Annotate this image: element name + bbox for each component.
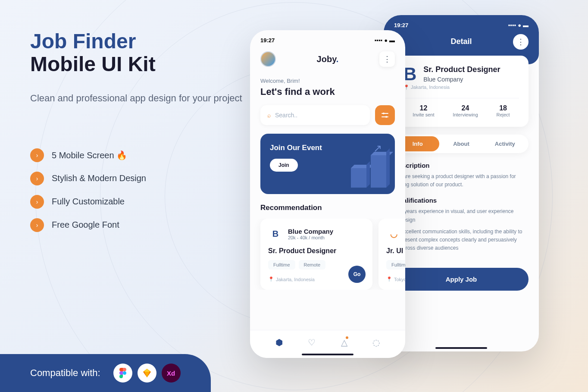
search-placeholder: Search.. (275, 112, 297, 119)
signal-icon: ▪▪▪▪ (375, 37, 382, 44)
job-tag: Fulltime (268, 260, 295, 270)
battery-icon: ▬ (523, 22, 529, 28)
company-logo: ◡ (386, 226, 401, 241)
wifi-icon: ● (384, 37, 388, 44)
page-title: Detail (450, 37, 472, 46)
bell-icon[interactable]: △ (341, 337, 347, 348)
feature-item: ›5 Mobile Screen 🔥 (30, 148, 246, 162)
home-indicator (435, 347, 487, 349)
search-icon: ⌕ (267, 112, 271, 119)
features-list: ›5 Mobile Screen 🔥 ›Stylish & Modern Des… (30, 148, 246, 232)
phone-home-screen: 19:27 ▪▪▪▪ ● ▬ Joby. ⋮ Welcome, Brim! Le… (250, 30, 405, 358)
feature-text: Stylish & Modern Design (52, 173, 146, 183)
status-time: 19:27 (260, 37, 275, 44)
job-tag: Remote (299, 260, 326, 270)
job-tag: Fulltime (386, 260, 405, 270)
figma-icon (113, 364, 132, 383)
title-line-2: Mobile UI Kit (30, 53, 246, 76)
location-text: 📍 Jakarta, Indonesia (403, 85, 519, 90)
join-button[interactable]: Join (270, 159, 298, 172)
phone-detail-screen: 19:27 ▪▪▪▪ ● ▬ Detail ⋮ B Sr. Product De… (384, 15, 539, 351)
svg-point-0 (123, 371, 126, 375)
chevron-right-icon: › (30, 172, 44, 185)
app-logo: Joby. (317, 54, 339, 64)
job-detail-card: B Sr. Product Designer Blue Company 📍 Ja… (394, 56, 529, 127)
qualifications-heading: Qualifications (394, 197, 529, 204)
qualification-item: Excellent communication skills, includin… (394, 228, 529, 253)
chevron-right-icon: › (30, 195, 44, 209)
svg-point-1 (383, 113, 385, 114)
title-line-1: Job Finder (30, 30, 246, 53)
detail-tabs: Info About Activity (394, 135, 529, 153)
description-text: We are seeking a product designer with a… (394, 172, 529, 189)
search-input[interactable]: ⌕ Search.. (260, 105, 370, 125)
feature-item: ›Free Google Font (30, 218, 246, 232)
more-button[interactable]: ⋮ (379, 51, 395, 67)
feature-item: ›Stylish & Modern Design (30, 172, 246, 185)
bar-illustration (351, 168, 366, 188)
compatible-bar: Compatible with: Xd (0, 354, 211, 392)
feature-text: Fully Customizable (52, 197, 125, 207)
feature-item: ›Fully Customizable (30, 195, 246, 209)
company-name: Blue Company (288, 228, 333, 235)
job-role: Jr. UI (386, 247, 405, 255)
event-title: Join Our Event (270, 143, 385, 153)
sliders-icon (381, 111, 389, 119)
xd-icon: Xd (162, 364, 181, 383)
location-text: 📍Tokyo (386, 276, 405, 282)
headline: Let's find a work (250, 86, 405, 105)
battery-icon: ▬ (389, 37, 395, 44)
recommendation-heading: Recommendation (250, 204, 405, 219)
stat-reject: 18Reject (496, 104, 510, 117)
pin-icon: 📍 (386, 276, 392, 282)
filter-button[interactable] (375, 105, 395, 125)
home-indicator (302, 354, 353, 355)
status-icons: ▪▪▪▪ ● ▬ (508, 22, 529, 28)
signal-icon: ▪▪▪▪ (508, 22, 516, 28)
tab-activity[interactable]: Activity (483, 136, 527, 151)
salary-text: 20k - 40k / month (288, 235, 333, 240)
chat-icon[interactable]: ◌ (372, 337, 380, 348)
job-role: Sr. Product Designer (268, 247, 365, 255)
wifi-icon: ● (518, 22, 521, 28)
job-role: Sr. Product Designer (403, 65, 519, 74)
compatible-label: Compatible with: (30, 367, 100, 379)
feature-text: 5 Mobile Screen 🔥 (52, 150, 127, 160)
chevron-right-icon: › (30, 218, 44, 232)
stat-interviewing: 24Interviewing (453, 104, 478, 117)
job-card[interactable]: ◡ Jr. UI Fulltime 📍Tokyo (378, 219, 405, 290)
chevron-right-icon: › (30, 148, 44, 162)
feature-text: Free Google Font (52, 220, 119, 230)
pin-icon: 📍 (268, 276, 274, 282)
stat-invite: 12Invite sent (413, 104, 434, 117)
bar-illustration (371, 155, 386, 188)
go-button[interactable]: Go (348, 266, 366, 283)
company-logo-letter: B (403, 65, 416, 83)
more-button[interactable]: ⋮ (513, 34, 529, 50)
tab-about[interactable]: About (439, 136, 483, 151)
apply-job-button[interactable]: Apply Job (394, 268, 529, 291)
subtitle: Clean and professional app design for yo… (30, 91, 246, 105)
status-icons: ▪▪▪▪ ● ▬ (375, 37, 395, 44)
marketing-panel: Job Finder Mobile UI Kit Clean and profe… (30, 30, 246, 232)
event-banner[interactable]: Join Our Event Join ↗ (260, 134, 395, 194)
company-logo: B (268, 226, 283, 241)
avatar[interactable] (260, 51, 276, 67)
sketch-icon (138, 364, 156, 383)
svg-point-2 (385, 116, 387, 118)
home-icon[interactable]: ⬢ (275, 337, 283, 348)
status-time: 19:27 (394, 22, 408, 28)
description-heading: Description (394, 162, 529, 169)
qualification-item: 2 years experience in visual, and user e… (394, 207, 529, 224)
heart-icon[interactable]: ♡ (308, 337, 316, 348)
company-name: Blue Company (403, 76, 519, 83)
job-card[interactable]: B Blue Company 20k - 40k / month Sr. Pro… (260, 219, 372, 290)
welcome-text: Welcome, Brim! (250, 71, 405, 86)
